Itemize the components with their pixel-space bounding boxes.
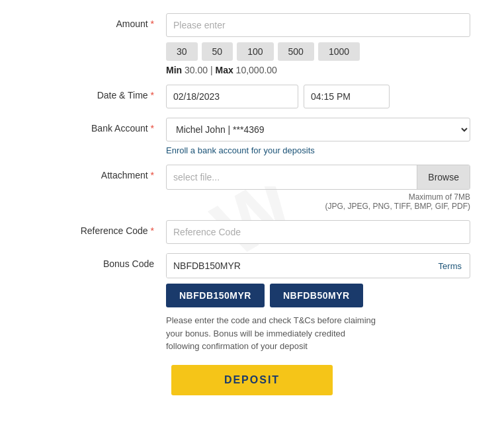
amount-content: 30 50 100 500 1000 Min 30.00 | Max 10,00… [166,13,470,75]
reference-code-label: Reference Code * [34,220,166,236]
bonus-tag-150[interactable]: NBFDB150MYR [166,284,265,307]
quick-amount-30[interactable]: 30 [166,42,198,61]
date-input[interactable] [166,85,298,108]
quick-amount-500[interactable]: 500 [278,42,314,61]
bank-account-label: Bank Account * [34,118,166,134]
bonus-code-label: Bonus Code [34,253,166,269]
file-size-info: Maximum of 7MB (JPG, JPEG, PNG, TIFF, BM… [166,192,470,211]
bonus-code-row: Bonus Code Terms NBFDB150MYR NBFDB50MYR … [34,253,470,353]
quick-amount-100[interactable]: 100 [237,42,273,61]
quick-amount-50[interactable]: 50 [202,42,233,61]
file-input-group: select file... Browse [166,165,470,190]
datetime-label: Date & Time * [34,85,166,100]
reference-code-row: Reference Code * [34,220,470,244]
reference-code-content [166,220,470,244]
amount-row: Amount * 30 50 100 500 1000 Min 30.00 | … [34,13,470,75]
bank-account-row: Bank Account * Michel John | ***4369 Enr… [34,118,470,155]
attachment-label: Attachment * [34,165,166,180]
datetime-inputs [166,85,470,108]
attachment-row: Attachment * select file... Browse Maxim… [34,165,470,211]
attachment-content: select file... Browse Maximum of 7MB (JP… [166,165,470,211]
bonus-code-input[interactable] [167,254,431,278]
deposit-form: Amount * 30 50 100 500 1000 Min 30.00 | … [14,7,490,402]
time-input[interactable] [304,85,390,108]
bonus-note-text: Please enter the code and check T&Cs bef… [166,314,378,353]
quick-amount-1000[interactable]: 1000 [318,42,360,61]
bonus-input-group: Terms [166,253,470,278]
browse-button[interactable]: Browse [417,165,470,189]
enroll-bank-link[interactable]: Enroll a bank account for your deposits [166,145,470,155]
file-name-display: select file... [167,168,417,186]
datetime-content [166,85,470,108]
deposit-button-row: DEPOSIT [34,365,470,395]
bank-account-content: Michel John | ***4369 Enroll a bank acco… [166,118,470,155]
reference-code-input[interactable] [166,220,470,244]
bonus-tag-50[interactable]: NBFDB50MYR [270,284,363,307]
deposit-button[interactable]: DEPOSIT [171,365,333,395]
min-max-info: Min 30.00 | Max 10,000.00 [166,65,470,75]
bank-account-select[interactable]: Michel John | ***4369 [166,118,470,141]
bonus-tags-group: NBFDB150MYR NBFDB50MYR [166,284,470,307]
terms-link[interactable]: Terms [431,261,470,271]
amount-input[interactable] [166,13,470,37]
amount-label: Amount * [34,13,166,29]
bonus-code-content: Terms NBFDB150MYR NBFDB50MYR Please ente… [166,253,470,353]
quick-amounts-group: 30 50 100 500 1000 [166,42,470,61]
datetime-row: Date & Time * [34,85,470,108]
